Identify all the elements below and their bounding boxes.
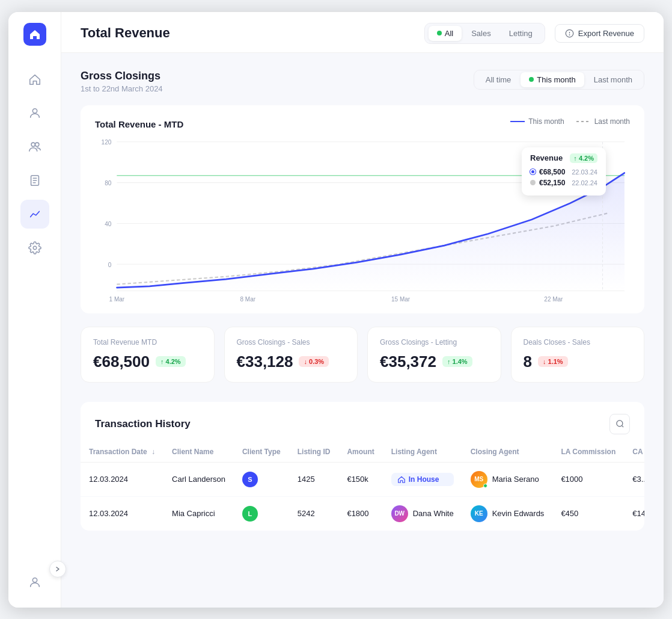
col-la-commission: LA Commission	[552, 442, 624, 463]
time-filter-thismonth[interactable]: This month	[521, 72, 584, 87]
sidebar-item-group[interactable]	[20, 132, 49, 161]
col-listing-agent: Listing Agent	[383, 442, 462, 463]
col-client-name: Client Name	[163, 442, 234, 463]
sidebar-item-settings[interactable]	[20, 233, 49, 262]
content-area: Gross Closings 1st to 22nd March 2024 Al…	[61, 53, 664, 608]
cell-listing-agent-1: In House	[383, 462, 462, 496]
cell-date-1: 12.03.2024	[81, 462, 163, 496]
cell-client-type-2: L	[234, 496, 289, 531]
svg-text:22 Mar: 22 Mar	[544, 294, 563, 302]
gross-closings-title: Gross Closings	[81, 70, 163, 82]
table-row: 12.03.2024 Carl Landerson S 1425 €150k	[81, 462, 644, 496]
in-house-badge: In House	[391, 473, 454, 486]
cell-la-commission-1: €1000	[552, 462, 624, 496]
transaction-search-btn[interactable]	[609, 414, 630, 434]
transaction-table: Transaction Date ↓ Client Name Client Ty…	[81, 442, 644, 531]
house-icon	[397, 475, 406, 484]
tooltip-title: Revenue	[530, 153, 563, 162]
page-title: Total Revenue	[81, 25, 415, 41]
transaction-table-container: Transaction Date ↓ Client Name Client Ty…	[81, 442, 644, 531]
sort-icon-date[interactable]: ↓	[151, 448, 155, 456]
chart-title: Total Revenue - MTD	[95, 119, 183, 129]
tooltip-row-2: €52,150 22.02.24	[530, 179, 597, 187]
tooltip-row-1: €68,500 22.03.24	[530, 168, 597, 176]
svg-text:120: 120	[102, 138, 112, 146]
cell-closing-agent-2: KE Kevin Edwards	[462, 496, 553, 531]
avatar-maria: MS	[471, 471, 487, 488]
svg-text:15 Mar: 15 Mar	[391, 294, 410, 302]
gross-closings-header: Gross Closings 1st to 22nd March 2024 Al…	[81, 70, 644, 93]
cell-la-commission-2: €450	[552, 496, 624, 531]
cell-amount-2: €1800	[338, 496, 382, 531]
tooltip-dot	[530, 169, 536, 174]
metric-label-1: Gross Closings - Sales	[237, 338, 346, 346]
sidebar-item-home[interactable]	[20, 65, 49, 94]
metric-value-1: €33,128	[237, 353, 293, 371]
sidebar	[8, 12, 61, 608]
cell-amount-1: €150k	[338, 462, 382, 496]
metric-card-0: Total Revenue MTD €68,500 ↑ 4.2%	[81, 327, 215, 383]
table-row: 12.03.2024 Mia Capricci L 5242 €1800 DW	[81, 496, 644, 531]
svg-point-1	[31, 143, 35, 146]
cell-listing-id-1: 1425	[289, 462, 339, 496]
time-filter-alltime[interactable]: All time	[477, 72, 520, 87]
chart-legend: This month Last month	[510, 117, 630, 126]
avatar-dana: DW	[391, 505, 408, 522]
metric-value-0: €68,500	[93, 353, 150, 371]
metric-label-3: Deals Closes - Sales	[524, 338, 632, 346]
cell-listing-id-2: 5242	[289, 496, 339, 531]
svg-point-7	[33, 246, 37, 250]
time-filter-lastmonth[interactable]: Last month	[585, 72, 641, 87]
col-listing-id: Listing ID	[289, 442, 339, 463]
svg-point-29	[616, 420, 622, 427]
chevron-right-icon	[55, 566, 61, 572]
sidebar-item-chart[interactable]	[20, 200, 49, 229]
col-amount: Amount	[338, 442, 382, 463]
svg-line-30	[622, 425, 623, 427]
cell-listing-agent-2: DW Dana White	[383, 496, 462, 531]
main-content: Total Revenue All Sales Letting Export R…	[61, 12, 664, 608]
chart-area: 120 80 40 0	[95, 135, 630, 304]
col-date: Transaction Date ↓	[81, 442, 163, 463]
tooltip-dot-2	[530, 180, 536, 185]
legend-this-month: This month	[510, 117, 564, 126]
metric-badge-2: ↑ 1.4%	[442, 356, 472, 367]
revenue-chart-container: Total Revenue - MTD This month Last mont…	[81, 105, 644, 313]
chart-tooltip: Revenue ↑ 4.2% €68,500 22.03.24	[522, 147, 606, 196]
collapse-sidebar-btn[interactable]	[49, 561, 66, 577]
col-ca-commission: CA Commission	[624, 442, 644, 463]
app-logo[interactable]	[23, 23, 46, 46]
metric-card-3: Deals Closes - Sales 8 ↓ 1.1%	[511, 327, 645, 383]
search-icon	[615, 419, 625, 428]
export-icon	[565, 29, 574, 38]
metric-value-2: €35,372	[380, 353, 436, 371]
sidebar-item-document[interactable]	[20, 166, 49, 195]
svg-text:8 Mar: 8 Mar	[240, 294, 256, 302]
cell-closing-agent-1: MS Maria Serano	[462, 462, 553, 496]
cell-date-2: 12.03.2024	[81, 496, 163, 531]
metric-card-2: Gross Closings - Letting €35,372 ↑ 1.4%	[367, 327, 501, 383]
sidebar-item-profile[interactable]	[20, 568, 49, 597]
col-closing-agent: Closing Agent	[462, 442, 553, 463]
header: Total Revenue All Sales Letting Export R…	[61, 12, 664, 53]
cell-ca-commission-2: €14...	[624, 496, 644, 531]
metric-value-3: 8	[524, 353, 532, 371]
filter-all-btn[interactable]: All	[429, 26, 462, 41]
filter-sales-btn[interactable]: Sales	[463, 26, 499, 41]
filter-letting-btn[interactable]: Letting	[501, 26, 541, 41]
cell-client-name-2: Mia Capricci	[163, 496, 234, 531]
metric-badge-1: ↓ 0.3%	[299, 356, 329, 367]
legend-line-solid	[510, 121, 525, 122]
time-filter-group: All time This month Last month	[474, 70, 644, 90]
cell-ca-commission-1: €3...	[624, 462, 644, 496]
metric-label-0: Total Revenue MTD	[93, 338, 202, 346]
svg-text:40: 40	[105, 219, 111, 227]
sidebar-item-person[interactable]	[20, 99, 49, 128]
legend-last-month: Last month	[576, 117, 630, 126]
table-header-row: Transaction Date ↓ Client Name Client Ty…	[81, 442, 644, 463]
metric-label-2: Gross Closings - Letting	[380, 338, 489, 346]
svg-text:0: 0	[108, 260, 112, 268]
thismonth-dot	[529, 77, 534, 82]
metric-badge-3: ↓ 1.1%	[538, 356, 568, 367]
export-revenue-btn[interactable]: Export Revenue	[555, 24, 644, 43]
